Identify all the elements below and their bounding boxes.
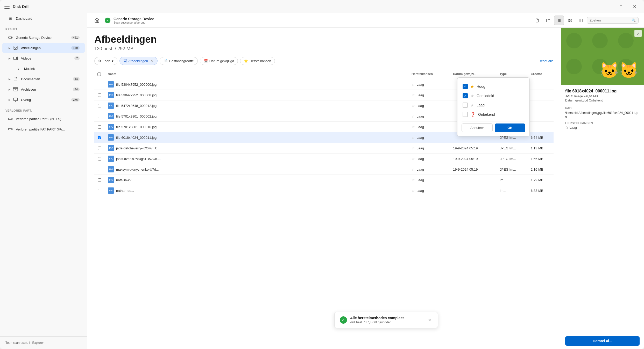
row-recovery-cell: ☆ Laag — [408, 144, 450, 152]
restore-button[interactable]: Herstel al... — [565, 336, 640, 346]
row-checkbox[interactable] — [98, 147, 101, 150]
row-checkbox[interactable] — [98, 115, 101, 118]
sidebar-item-verloren2[interactable]: Verloren partitie FAT PART (FA... — [2, 124, 85, 134]
row-checkbox[interactable] — [98, 178, 101, 182]
toolbar-list-btn[interactable] — [554, 16, 564, 25]
sidebar-item-afbeeldingen[interactable]: ▶ Afbeeldingen 130 — [2, 43, 85, 53]
sidebar-item-videos[interactable]: ▶ Videos 7 — [2, 53, 85, 63]
close-button[interactable]: ✕ — [629, 2, 640, 12]
row-star-icon[interactable]: ☆ — [412, 104, 415, 108]
home-button[interactable] — [92, 16, 102, 25]
row-checkbox[interactable] — [98, 104, 101, 107]
show-in-explorer-link[interactable]: Toon scanresult. in Explorer — [5, 341, 44, 345]
row-star-icon[interactable]: ☆ — [412, 157, 415, 161]
row-checkbox-cell — [94, 177, 105, 183]
row-checkbox-cell — [94, 156, 105, 162]
row-star-icon[interactable]: ☆ — [412, 135, 415, 140]
row-star-icon[interactable]: ☆ — [412, 178, 415, 182]
table-row[interactable]: JPG nathan-qu... ☆ Laag Im... 6,83 MB — [94, 185, 554, 196]
laag-star-icon: ★ — [470, 103, 474, 108]
hoog-checkbox[interactable]: ✓ — [463, 84, 468, 89]
gemiddeld-checkbox[interactable]: ✓ — [463, 93, 468, 98]
onbekend-checkbox[interactable] — [463, 112, 468, 117]
sidebar-item-archieven[interactable]: ▶ Archieven 34 — [2, 84, 85, 94]
row-star-icon[interactable]: ☆ — [412, 188, 415, 193]
row-type-cell: JPEG Im... — [497, 155, 528, 162]
svg-point-3 — [15, 47, 15, 47]
option-onbekend[interactable]: ❓ Onbekend — [462, 110, 525, 119]
row-filename: file 5304x7952_000008.jpg — [116, 93, 157, 97]
toolbar-grid-btn[interactable] — [565, 16, 575, 25]
maximize-button[interactable]: □ — [616, 2, 626, 12]
row-checkbox[interactable] — [98, 136, 101, 139]
toast-close-button[interactable]: ✕ — [426, 317, 433, 323]
filter-toon-icon: ⚙ — [98, 59, 101, 63]
laag-checkbox[interactable] — [463, 103, 468, 108]
search-input[interactable] — [590, 18, 630, 22]
row-star-icon[interactable]: ☆ — [412, 93, 415, 97]
row-checkbox-cell — [94, 134, 105, 141]
row-star-icon[interactable]: ☆ — [412, 146, 415, 150]
sidebar-item-muziek[interactable]: ♪ Muziek — [2, 64, 85, 74]
option-gemiddeld[interactable]: ✓ ★ Gemiddeld — [462, 91, 525, 100]
row-checkbox[interactable] — [98, 125, 101, 129]
row-star-icon[interactable]: ☆ — [412, 125, 415, 129]
table-row[interactable]: JPG janis-dzenis-Y84gsTB52Cc-... ☆ Laag … — [94, 154, 554, 164]
menu-icon[interactable] — [4, 5, 10, 9]
sidebar-item-overig[interactable]: ▶ Overig 276 — [2, 95, 85, 105]
table-row[interactable]: JPG jade-detcheverry--CCwvl_C... ☆ Laag … — [94, 143, 554, 154]
sidebar-item-verloren1[interactable]: Verloren partitie Part 2 (NTFS) — [2, 114, 85, 124]
sidebar-item-dashboard[interactable]: ⊞ Dashboard — [2, 13, 85, 23]
minimize-button[interactable]: — — [602, 2, 613, 12]
toast-notification: ✓ Alle herstelmethodes compleet 491 best… — [334, 312, 438, 328]
file-icon: JPG — [108, 124, 114, 130]
row-checkbox[interactable] — [98, 189, 101, 192]
option-hoog[interactable]: ✓ ★ Hoog — [462, 82, 525, 91]
toolbar-file-btn[interactable] — [532, 16, 542, 25]
filter-afbeeldingen-btn[interactable]: 🖼 Afbeeldingen ✕ — [119, 57, 158, 65]
sidebar-item-device[interactable]: Generic Storage Device 491 — [2, 33, 85, 42]
expand-afbeeldingen-icon[interactable]: ▶ — [8, 46, 12, 50]
preview-image — [561, 28, 644, 85]
row-datum-cell — [450, 178, 497, 181]
filter-bestandsgrootte-btn[interactable]: 📄 Bestandsgrootte — [160, 57, 198, 65]
preview-expand-button[interactable]: ⤢ — [634, 30, 642, 37]
option-laag[interactable]: ★ Laag — [462, 100, 525, 110]
filter-herstelkansen-btn[interactable]: ⭐ Herstelkansen — [240, 57, 275, 65]
expand-overig-icon[interactable]: ▶ — [8, 98, 12, 102]
row-checkbox[interactable] — [98, 157, 101, 161]
table-row[interactable]: JPG nataliia-kv... ☆ Laag Im... 1,79 MB — [94, 175, 554, 185]
sidebar-item-documenten[interactable]: ▶ Documenten 44 — [2, 74, 85, 84]
row-star-icon[interactable]: ☆ — [412, 82, 415, 86]
row-star-icon[interactable]: ☆ — [412, 167, 415, 171]
toolbar-folder-btn[interactable] — [543, 16, 553, 25]
row-checkbox[interactable] — [98, 93, 101, 97]
select-all-checkbox[interactable] — [97, 72, 101, 76]
table-row[interactable]: JPG maksym-bidnychenko-U7d... ☆ Laag 19-… — [94, 164, 554, 175]
expand-documenten-icon[interactable]: ▶ — [8, 77, 12, 81]
col-naam: Naam ↓ — [105, 71, 408, 77]
row-star-icon[interactable]: ☆ — [412, 114, 415, 118]
filter-afbeeldingen-close[interactable]: ✕ — [150, 59, 154, 63]
row-checkbox[interactable] — [98, 168, 101, 171]
row-checkbox[interactable] — [98, 83, 101, 86]
svg-rect-8 — [14, 98, 18, 101]
expand-videos-icon[interactable]: ▶ — [8, 56, 12, 60]
file-icon: JPG — [108, 156, 114, 162]
filter-reset-btn[interactable]: Reset alle — [539, 58, 554, 64]
dropdown-cancel-button[interactable]: Annuleer — [462, 123, 493, 132]
toolbar-split-btn[interactable] — [576, 16, 586, 25]
main-layout: ⊞ Dashboard Result. Generic Storage Devi… — [0, 13, 644, 349]
sort-naam-icon[interactable]: ↓ — [117, 73, 119, 76]
dropdown-ok-button[interactable]: OK — [495, 123, 525, 132]
music-icon: ♪ — [16, 66, 22, 71]
expand-archieven-icon[interactable]: ▶ — [8, 87, 12, 91]
filter-toon-btn[interactable]: ⚙ Toon ▾ — [94, 57, 117, 65]
device-info: Generic Storage Device Scan succesvol af… — [114, 17, 154, 24]
row-filename: jade-detcheverry--CCwvl_C... — [116, 146, 160, 150]
filter-datum-btn[interactable]: 📅 Datum gewijzigd — [200, 57, 238, 65]
hdd-icon — [8, 35, 13, 40]
row-checkbox-cell — [94, 103, 105, 109]
row-name-cell: JPG nathan-qu... — [105, 186, 408, 195]
row-recovery-cell: ☆ Laag — [408, 81, 450, 88]
